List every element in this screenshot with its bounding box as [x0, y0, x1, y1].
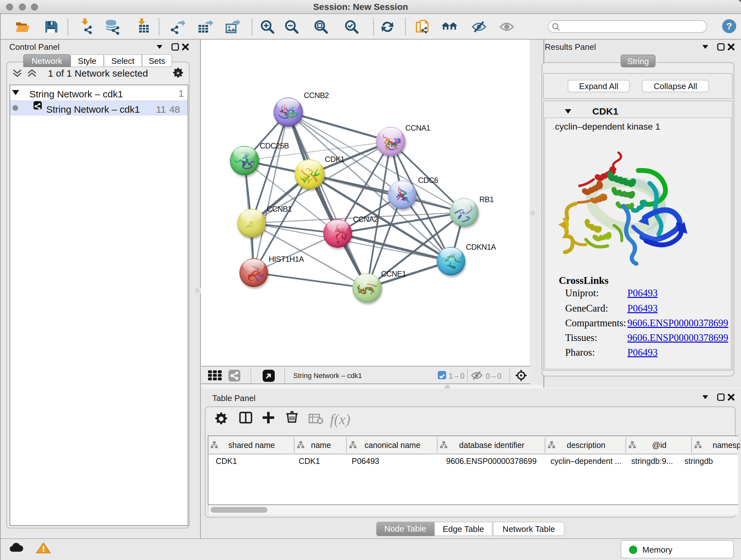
svg-text:canonical name: canonical name: [364, 441, 420, 449]
svg-text:CCNA1: CCNA1: [405, 124, 430, 132]
svg-text:CDC25B: CDC25B: [260, 141, 289, 150]
svg-text:CDKN1A: CDKN1A: [466, 243, 496, 251]
svg-text:description: description: [567, 441, 605, 449]
svg-text:shared name: shared name: [228, 441, 275, 449]
svg-text:HIST1H1A: HIST1H1A: [269, 255, 304, 263]
svg-text:@id: @id: [652, 441, 667, 449]
svg-text:CCNE1: CCNE1: [381, 269, 406, 278]
svg-text:CDC6: CDC6: [418, 176, 438, 185]
svg-text:name: name: [311, 441, 331, 449]
svg-text:f(x): f(x): [330, 411, 350, 428]
svg-text:namespace: namespace: [713, 441, 740, 449]
svg-text:CCNB1: CCNB1: [267, 205, 292, 213]
svg-text:CCNA2: CCNA2: [353, 215, 378, 224]
svg-text:RB1: RB1: [479, 195, 494, 204]
svg-text:database identifier: database identifier: [459, 441, 524, 449]
svg-text:CCNB2: CCNB2: [304, 91, 329, 100]
svg-text:CDK1: CDK1: [325, 155, 345, 164]
